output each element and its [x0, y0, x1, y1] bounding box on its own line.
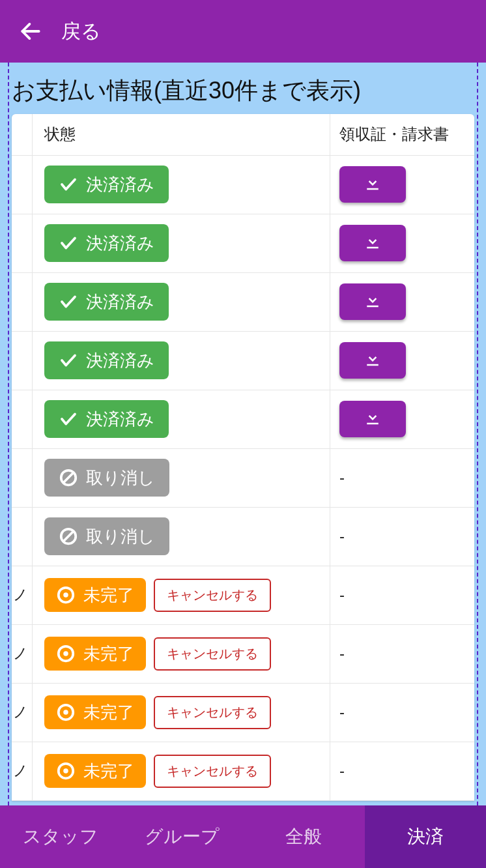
status-chip-label: 決済済み [86, 349, 154, 372]
row-receipt-cell [330, 156, 474, 214]
table-header-lead [12, 114, 33, 155]
dot-icon [56, 761, 76, 781]
row-status-cell: 決済済み [33, 274, 330, 330]
svg-point-6 [63, 593, 68, 598]
dot-icon [56, 702, 76, 722]
row-lead-cell [12, 273, 33, 331]
row-status-cell: 決済済み [33, 332, 330, 388]
row-status-cell: 決済済み [33, 215, 330, 271]
top-bar: 戻る [0, 0, 486, 63]
cancel-button[interactable]: キャンセルする [154, 696, 271, 729]
status-chip-label: 未完了 [83, 701, 134, 724]
check-icon [59, 175, 78, 194]
row-status-cell: 決済済み [33, 391, 330, 447]
row-receipt-cell: - [330, 684, 474, 742]
check-icon [59, 292, 78, 311]
status-chip-pending: 未完了 [44, 578, 146, 612]
download-icon [363, 290, 382, 313]
row-receipt-cell [330, 332, 474, 390]
status-chip-paid: 決済済み [44, 166, 169, 203]
row-lead-cell: ノ [12, 684, 33, 742]
row-status-cell: 未完了キャンセルする [33, 745, 330, 797]
table-row: ノ未完了キャンセルする- [12, 742, 474, 801]
receipt-empty: - [339, 586, 345, 604]
svg-point-12 [63, 769, 68, 774]
row-status-cell: 未完了キャンセルする [33, 686, 330, 738]
dot-icon [56, 585, 76, 605]
receipt-empty: - [339, 527, 345, 545]
row-receipt-cell [330, 214, 474, 272]
download-button[interactable] [339, 401, 406, 437]
status-chip-label: 決済済み [86, 173, 154, 196]
row-receipt-cell: - [330, 742, 474, 800]
status-chip-label: 決済済み [86, 408, 154, 431]
table-header-status: 状態 [33, 115, 330, 154]
table-row: 決済済み [12, 390, 474, 449]
receipt-empty: - [339, 469, 345, 487]
row-lead-cell [12, 332, 33, 390]
payments-table: 状態 領収証・請求書 決済済み決済済み決済済み決済済み決済済み取り消し-取り消し… [12, 114, 474, 801]
row-lead-cell [12, 449, 33, 507]
row-lead-cell [12, 390, 33, 448]
download-icon [363, 231, 382, 255]
cancel-button[interactable]: キャンセルする [154, 579, 271, 612]
cancel-button[interactable]: キャンセルする [154, 637, 271, 671]
row-lead-cell [12, 156, 33, 214]
table-row: 取り消し- [12, 449, 474, 508]
row-status-cell: 未完了キャンセルする [33, 628, 330, 680]
table-row: 決済済み [12, 332, 474, 390]
row-receipt-cell [330, 390, 474, 448]
download-button[interactable] [339, 342, 406, 379]
tab-item[interactable]: スタッフ [0, 805, 122, 868]
row-lead-cell [12, 214, 33, 272]
tab-item[interactable]: グループ [122, 805, 244, 868]
table-row: 決済済み [12, 214, 474, 273]
back-label[interactable]: 戻る [61, 18, 101, 45]
check-icon [59, 409, 78, 429]
status-chip-paid: 決済済み [44, 341, 169, 379]
svg-point-8 [63, 652, 68, 657]
row-receipt-cell: - [330, 449, 474, 507]
row-receipt-cell: - [330, 508, 474, 566]
row-receipt-cell: - [330, 625, 474, 683]
svg-point-10 [63, 710, 68, 716]
page-title: お支払い情報(直近30件まで表示) [12, 76, 474, 106]
status-chip-cancelled: 取り消し [44, 517, 169, 555]
tab-item[interactable]: 全般 [243, 805, 365, 868]
tab-item[interactable]: 決済 [365, 805, 487, 868]
status-chip-pending: 未完了 [44, 754, 146, 788]
status-chip-label: 未完了 [83, 584, 134, 607]
row-status-cell: 取り消し [33, 450, 330, 506]
receipt-empty: - [339, 703, 345, 721]
row-lead-cell: ノ [12, 625, 33, 683]
table-header-row: 状態 領収証・請求書 [12, 114, 474, 156]
receipt-empty: - [339, 644, 345, 663]
row-status-cell: 取り消し [33, 508, 330, 564]
download-button[interactable] [339, 225, 406, 261]
dot-icon [56, 644, 76, 663]
status-chip-pending: 未完了 [44, 637, 146, 671]
status-chip-label: 取り消し [86, 525, 155, 548]
status-chip-paid: 決済済み [44, 400, 169, 438]
row-status-cell: 未完了キャンセルする [33, 569, 330, 621]
block-icon [59, 527, 78, 546]
download-icon [363, 349, 382, 372]
status-chip-cancelled: 取り消し [44, 459, 169, 497]
row-receipt-cell: - [330, 566, 474, 624]
table-row: ノ未完了キャンセルする- [12, 625, 474, 684]
table-row: 決済済み [12, 156, 474, 214]
download-icon [363, 407, 382, 431]
status-chip-paid: 決済済み [44, 224, 169, 262]
download-button[interactable] [339, 166, 406, 203]
cancel-button[interactable]: キャンセルする [154, 755, 271, 788]
back-arrow-icon[interactable] [18, 19, 43, 44]
svg-line-2 [64, 473, 74, 483]
table-row: 取り消し- [12, 508, 474, 566]
content-area: お支払い情報(直近30件まで表示) 状態 領収証・請求書 決済済み決済済み決済済… [0, 63, 486, 805]
row-lead-cell: ノ [12, 566, 33, 624]
download-button[interactable] [339, 283, 406, 320]
table-row: 決済済み [12, 273, 474, 332]
status-chip-pending: 未完了 [44, 695, 146, 729]
status-chip-paid: 決済済み [44, 283, 169, 321]
status-chip-label: 決済済み [86, 291, 154, 313]
